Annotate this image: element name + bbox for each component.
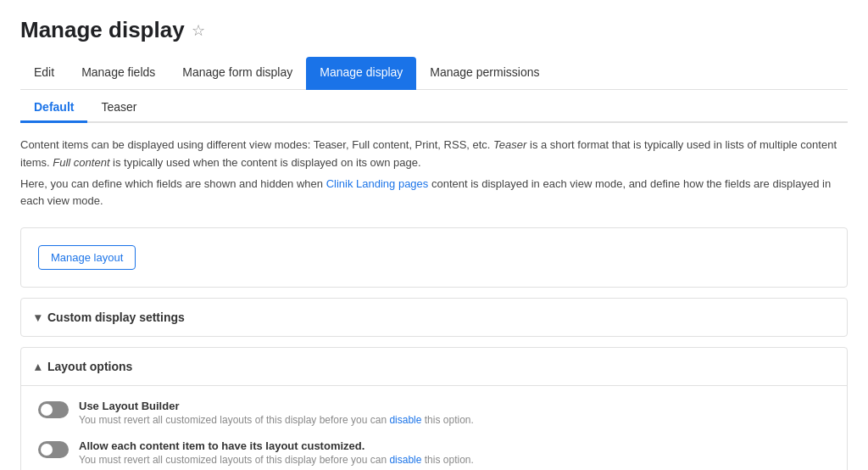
toggle2-hint-pre: You must revert all customized layouts o… [79,454,389,466]
page-wrapper: Manage display ☆ Edit Manage fields Mana… [0,0,868,470]
tab-manage-permissions[interactable]: Manage permissions [416,57,553,90]
desc-line1-rest: is a short format that is typically used… [526,138,756,151]
custom-display-title: Custom display settings [47,311,185,324]
toggle-allow-customize-label: Allow each content item to have its layo… [79,439,474,452]
tab-manage-form-display[interactable]: Manage form display [169,57,306,90]
desc-full-content-italic: Full content [53,156,109,169]
toggle-allow-customize[interactable] [38,441,69,458]
primary-tab-bar: Edit Manage fields Manage form display M… [20,57,848,90]
toggle-use-layout-builder-row: Use Layout Builder You must revert all c… [38,400,830,426]
description-block: Content items can be displayed using dif… [20,137,848,210]
sub-tab-default[interactable]: Default [20,93,87,123]
sub-tab-bar: Default Teaser [20,90,848,123]
desc-line2-rest: is typically used when the content is di… [110,156,421,169]
toggle2-hint-post: this option. [421,454,473,466]
manage-layout-button[interactable]: Manage layout [38,245,136,270]
desc-teaser-italic: Teaser [493,138,526,151]
page-title: Manage display [20,17,185,43]
layout-options-title: Layout options [47,360,132,373]
layout-options-section: ▴ Layout options Use Layout Builder You … [20,347,848,470]
desc-line1: Content items can be displayed using dif… [20,138,493,151]
toggle-use-layout-builder-slider [38,401,69,418]
toggle1-hint-link[interactable]: disable [389,414,421,426]
desc-content-type-link[interactable]: Clinik Landing pages [326,177,429,190]
toggle-use-layout-builder[interactable] [38,401,69,418]
layout-options-body: Use Layout Builder You must revert all c… [21,385,847,470]
page-title-row: Manage display ☆ [20,17,848,43]
custom-display-chevron: ▾ [35,311,41,324]
tab-manage-fields[interactable]: Manage fields [68,57,169,90]
toggle-allow-customize-row: Allow each content item to have its layo… [38,439,830,466]
toggle1-hint-post: this option. [421,414,473,426]
star-icon[interactable]: ☆ [192,21,205,40]
toggle-allow-customize-hint: You must revert all customized layouts o… [79,454,474,466]
layout-options-header[interactable]: ▴ Layout options [21,348,847,385]
toggle-use-layout-builder-wrapper [38,401,69,418]
custom-display-section: ▾ Custom display settings [20,298,848,337]
toggle-use-layout-builder-labels: Use Layout Builder You must revert all c… [79,400,474,426]
sub-tab-teaser[interactable]: Teaser [87,93,150,123]
custom-display-header[interactable]: ▾ Custom display settings [21,299,847,336]
layout-options-chevron: ▴ [35,360,41,373]
manage-layout-card: Manage layout [20,227,848,288]
toggle2-hint-link[interactable]: disable [389,454,421,466]
tab-manage-display[interactable]: Manage display [306,57,416,90]
toggle1-hint-pre: You must revert all customized layouts o… [79,414,389,426]
card-inner: Manage layout [21,228,847,287]
toggle-allow-customize-labels: Allow each content item to have its layo… [79,439,474,466]
tab-edit[interactable]: Edit [20,57,68,90]
toggle-use-layout-builder-label: Use Layout Builder [79,400,474,412]
toggle-use-layout-builder-hint: You must revert all customized layouts o… [79,414,474,426]
toggle-allow-customize-wrapper [38,441,69,458]
desc-line3-pre: Here, you can define which fields are sh… [20,177,326,190]
toggle-allow-customize-slider [38,441,69,458]
